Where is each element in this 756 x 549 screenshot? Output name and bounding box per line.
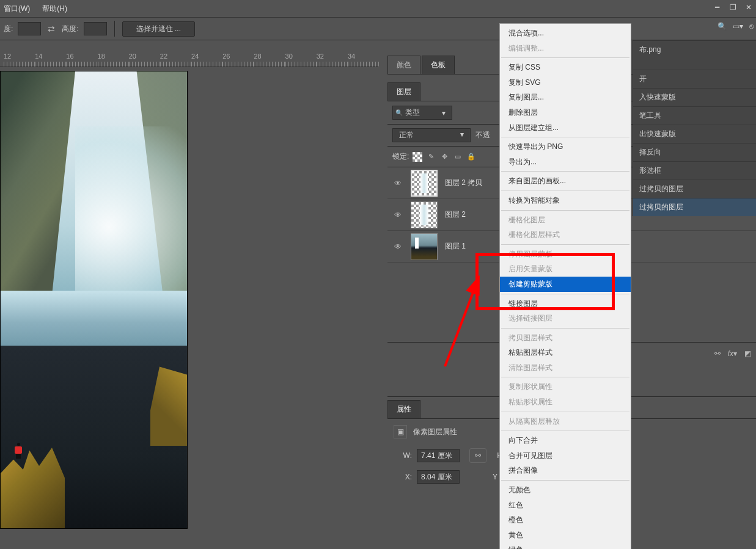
degree-input[interactable]: [18, 22, 41, 35]
search-icon[interactable]: 🔍: [717, 22, 727, 31]
separator: [501, 328, 629, 329]
select-and-mask-button[interactable]: 选择并遮住 ...: [122, 21, 195, 37]
mi-paste-shape-attrs: 粘贴形状属性: [500, 394, 631, 410]
w-label: W:: [395, 451, 412, 460]
height-input[interactable]: [84, 22, 107, 35]
mi-merge-visible[interactable]: 合并可见图层: [500, 448, 631, 464]
peek-item[interactable]: 笔工具: [633, 106, 756, 125]
tab-properties[interactable]: 属性: [387, 400, 420, 418]
chevron-down-icon: ▾: [460, 130, 464, 140]
lock-move-icon[interactable]: ✥: [439, 152, 449, 162]
window-controls: ━ ❐ ✕: [712, 2, 754, 12]
mi-blend-options[interactable]: 混合选项...: [500, 26, 631, 41]
mi-quick-export-png[interactable]: 快速导出为 PNG: [500, 139, 631, 155]
layer-name[interactable]: 图层 2: [445, 209, 466, 220]
annotation-red-box: [475, 253, 615, 310]
separator: [501, 244, 629, 245]
separator: [501, 171, 629, 172]
ruler-tick: 32: [317, 53, 348, 67]
w-input[interactable]: [417, 449, 460, 462]
mi-color-red[interactable]: 红色: [500, 498, 631, 513]
peek-item[interactable]: 过拷贝的图层: [633, 198, 756, 216]
layer-name[interactable]: 图层 2 拷贝: [445, 178, 482, 188]
degree-label: 度:: [4, 24, 13, 34]
mi-rasterize-layerstyle: 栅格化图层样式: [500, 227, 631, 242]
menu-window[interactable]: 窗口(W): [4, 4, 30, 14]
pixel-layer-icon: ▣: [394, 425, 407, 438]
mi-group-from-layers[interactable]: 从图层建立组...: [500, 120, 631, 136]
peek-item[interactable]: 入快速蒙版: [633, 88, 756, 106]
separator: [114, 21, 115, 37]
swap-icon[interactable]: ⇄: [46, 24, 57, 34]
ruler-tick: 18: [98, 53, 129, 67]
tab-colors[interactable]: 颜色: [387, 56, 420, 74]
lock-all-icon[interactable]: 🔒: [466, 152, 476, 162]
mi-select-linked: 选择链接图层: [500, 311, 631, 326]
peek-item[interactable]: 择反向: [633, 143, 756, 161]
peek-item[interactable]: 出快速蒙版: [633, 125, 756, 143]
tab-swatches[interactable]: 色板: [422, 56, 455, 74]
blend-mode-select[interactable]: 正常▾: [392, 128, 471, 142]
mi-merge-down[interactable]: 向下合并: [500, 433, 631, 448]
mi-clear-layerstyle: 清除图层样式: [500, 360, 631, 376]
canvas[interactable]: [0, 71, 188, 529]
close-icon[interactable]: ✕: [744, 2, 754, 12]
separator: [501, 210, 629, 211]
link-icon[interactable]: ⚯: [714, 349, 721, 358]
peek-item[interactable]: 形选框: [633, 161, 756, 180]
height-label: 高度:: [62, 24, 78, 34]
menu-help[interactable]: 帮助(H): [42, 4, 67, 14]
peek-item[interactable]: 开: [633, 70, 756, 88]
chevron-down-icon: ▾: [442, 109, 446, 117]
layer-thumb[interactable]: [411, 202, 438, 228]
options-bar: 度: ⇄ 高度: 选择并遮住 ...: [0, 17, 756, 40]
mask-icon[interactable]: ◩: [744, 349, 751, 358]
mi-color-green[interactable]: 绿色: [500, 542, 631, 549]
link-wh-icon[interactable]: ⚯: [469, 448, 486, 463]
layer-filter-select[interactable]: 类型▾: [392, 106, 452, 120]
peek-item[interactable]: 过拷贝的图层: [633, 180, 756, 198]
mi-copy-svg[interactable]: 复制 SVG: [500, 75, 631, 90]
minimize-icon[interactable]: ━: [712, 2, 722, 12]
mi-convert-smartobj[interactable]: 转换为智能对象: [500, 193, 631, 208]
mi-color-yellow[interactable]: 黄色: [500, 528, 631, 543]
separator: [501, 480, 629, 481]
mi-artboard-from-layer[interactable]: 来自图层的画板...: [500, 173, 631, 189]
mi-paste-layerstyle[interactable]: 粘贴图层样式: [500, 345, 631, 360]
separator: [501, 191, 629, 191]
visibility-icon[interactable]: 👁: [392, 242, 403, 251]
mi-flatten[interactable]: 拼合图像: [500, 463, 631, 478]
mi-delete-layer[interactable]: 删除图层: [500, 105, 631, 120]
properties-title: 像素图层属性: [413, 427, 457, 437]
visibility-icon[interactable]: 👁: [392, 179, 403, 187]
history-peek-panel: 布.png 开 入快速蒙版 笔工具 出快速蒙版 择反向 形选框 过拷贝的图层 过…: [633, 40, 756, 216]
ruler-tick: 14: [35, 53, 66, 67]
tab-layers[interactable]: 图层: [387, 82, 420, 101]
layer-name[interactable]: 图层 1: [445, 241, 466, 252]
ruler-tick: 30: [285, 53, 317, 67]
mi-release-isolation: 从隔离图层释放: [500, 414, 631, 429]
ruler-tick: 22: [160, 53, 191, 67]
layer-thumb[interactable]: [411, 233, 438, 260]
maximize-icon[interactable]: ❐: [728, 2, 738, 12]
layer-thumb[interactable]: [411, 170, 438, 197]
lock-artboard-icon[interactable]: ▭: [453, 152, 463, 162]
mi-duplicate-layer[interactable]: 复制图层...: [500, 90, 631, 105]
top-right-icons: 🔍 ▭▾ ⎋: [717, 22, 754, 31]
workarea: 12 14 16 18 20 22 24 26 28 30 32 34: [0, 53, 379, 549]
x-input[interactable]: [417, 470, 460, 484]
canvas-person: [14, 443, 23, 459]
mi-copy-layerstyle: 拷贝图层样式: [500, 330, 631, 346]
mi-color-orange[interactable]: 橙色: [500, 512, 631, 528]
workspace-icon[interactable]: ▭▾: [733, 22, 743, 31]
ruler-tick: 24: [191, 53, 222, 67]
visibility-icon[interactable]: 👁: [392, 211, 403, 219]
mi-copy-css[interactable]: 复制 CSS: [500, 60, 631, 75]
lock-brush-icon[interactable]: ✎: [426, 152, 436, 162]
mi-color-none[interactable]: 无颜色: [500, 482, 631, 498]
mi-export-as[interactable]: 导出为...: [500, 155, 631, 170]
share-icon[interactable]: ⎋: [749, 22, 754, 31]
lock-transparency-icon[interactable]: [413, 152, 422, 162]
fx-icon[interactable]: fx▾: [728, 349, 737, 358]
ruler-tick: 12: [4, 53, 35, 67]
